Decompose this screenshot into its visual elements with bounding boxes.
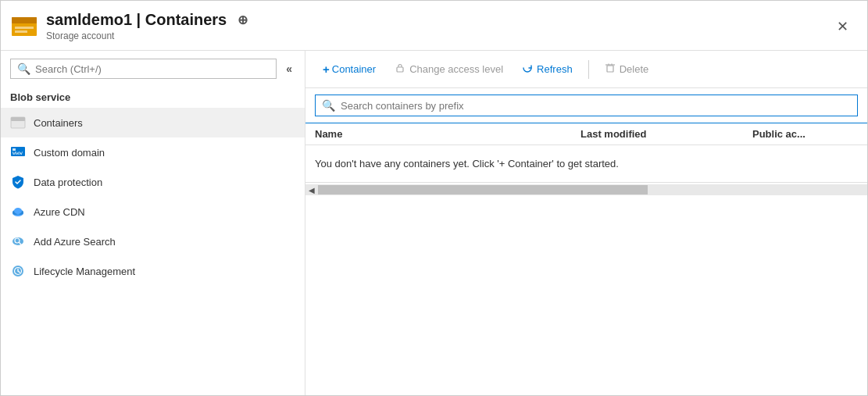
toolbar: + Container Change access level (305, 51, 867, 88)
column-access-header: Public ac... (752, 128, 805, 140)
title-bar-text: samldemo1 | Containers ⊕ Storage account (46, 11, 821, 41)
delete-label: Delete (620, 63, 649, 75)
sidebar-item-custom-domain[interactable]: www Custom domain (1, 137, 305, 167)
title-bar-subtitle: Storage account (46, 30, 821, 41)
change-access-label: Change access level (409, 63, 503, 75)
sidebar-item-containers-label: Containers (34, 117, 83, 129)
plus-icon: + (323, 62, 330, 76)
scroll-track[interactable] (318, 184, 867, 195)
svg-rect-5 (11, 117, 25, 121)
globe-icon: www (10, 144, 26, 160)
search-icon: 🔍 (17, 62, 30, 75)
empty-state-message: You don't have any containers yet. Click… (315, 158, 619, 169)
horizontal-scrollbar[interactable]: ◀ (305, 182, 867, 197)
delete-icon (605, 62, 616, 76)
cloud-icon (10, 204, 26, 219)
sidebar-item-custom-domain-label: Custom domain (34, 147, 105, 159)
svg-rect-1 (12, 17, 37, 23)
column-modified-header: Last modified (580, 128, 752, 140)
sidebar-item-lifecycle-management-label: Lifecycle Management (34, 266, 135, 277)
sidebar: 🔍 « Blob service Containers (1, 51, 305, 395)
sidebar-item-add-azure-search[interactable]: Add Azure Search (1, 227, 305, 256)
title-bar-title: samldemo1 | Containers ⊕ (46, 11, 821, 29)
content-search-input[interactable] (341, 100, 851, 112)
sidebar-item-data-protection-label: Data protection (34, 177, 102, 188)
refresh-button[interactable]: Refresh (514, 59, 580, 80)
sidebar-item-add-azure-search-label: Add Azure Search (34, 236, 116, 248)
main-content: 🔍 « Blob service Containers (1, 51, 867, 395)
refresh-label: Refresh (537, 63, 573, 75)
main-window: samldemo1 | Containers ⊕ Storage account… (0, 0, 868, 396)
add-container-label: Container (332, 63, 376, 75)
svg-text:www: www (13, 150, 23, 156)
sidebar-search-row: 🔍 « (1, 51, 305, 85)
svg-rect-3 (15, 30, 27, 33)
pin-icon[interactable]: ⊕ (238, 12, 248, 27)
sidebar-item-azure-cdn[interactable]: Azure CDN (1, 197, 305, 227)
sidebar-collapse-button[interactable]: « (281, 59, 297, 78)
shield-icon (10, 174, 26, 190)
scroll-thumb[interactable] (318, 185, 648, 194)
content-search-box[interactable]: 🔍 (315, 95, 858, 116)
search-cloud-icon (10, 234, 26, 249)
close-button[interactable]: ✕ (830, 15, 855, 38)
content-search-row: 🔍 (305, 88, 867, 123)
sidebar-item-data-protection[interactable]: Data protection (1, 167, 305, 197)
svg-rect-21 (607, 66, 613, 72)
lock-icon (395, 62, 405, 76)
delete-button[interactable]: Delete (597, 59, 657, 80)
scroll-left-button[interactable]: ◀ (305, 184, 318, 195)
svg-point-12 (14, 208, 22, 214)
table-header: Name Last modified Public ac... (305, 123, 867, 145)
sidebar-item-containers[interactable]: Containers (1, 108, 305, 137)
add-container-button[interactable]: + Container (315, 59, 384, 80)
toolbar-divider (588, 60, 589, 79)
sidebar-item-lifecycle-management[interactable]: Lifecycle Management (1, 256, 305, 286)
sidebar-scroll: Blob service Containers (1, 85, 305, 395)
sidebar-search-input[interactable] (35, 63, 270, 75)
refresh-icon (522, 62, 533, 76)
change-access-button[interactable]: Change access level (387, 59, 511, 80)
gear-clock-icon (10, 263, 26, 279)
right-panel: + Container Change access level (305, 51, 867, 395)
content-search-icon: 🔍 (322, 99, 335, 112)
app-icon (10, 12, 38, 41)
sidebar-search-box[interactable]: 🔍 (10, 59, 277, 79)
containers-icon (10, 115, 26, 130)
account-name: samldemo1 | Containers (46, 11, 227, 29)
empty-state: You don't have any containers yet. Click… (305, 145, 867, 182)
column-name-header: Name (315, 128, 580, 140)
svg-rect-20 (397, 67, 403, 72)
svg-rect-2 (15, 27, 34, 29)
sidebar-item-azure-cdn-label: Azure CDN (34, 206, 85, 218)
title-bar: samldemo1 | Containers ⊕ Storage account… (1, 1, 867, 51)
sidebar-section-label: Blob service (1, 85, 305, 108)
